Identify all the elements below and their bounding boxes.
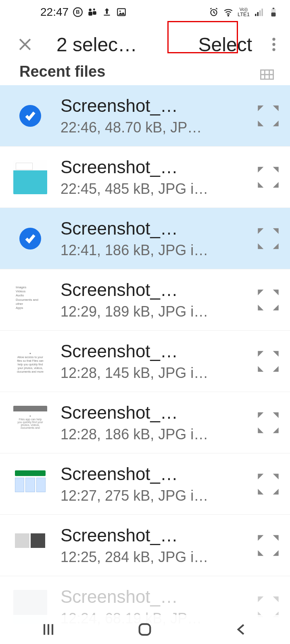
svg-marker-48 bbox=[258, 489, 263, 494]
svg-rect-5 bbox=[93, 11, 96, 15]
nav-recents-button[interactable] bbox=[36, 621, 61, 638]
svg-marker-52 bbox=[258, 550, 263, 556]
svg-marker-49 bbox=[273, 489, 279, 494]
svg-rect-16 bbox=[271, 13, 276, 17]
circle-b-icon: B bbox=[73, 7, 83, 17]
svg-marker-34 bbox=[258, 289, 263, 295]
more-options-button[interactable] bbox=[265, 36, 283, 53]
file-thumbnail: ✦Allow access to your files so that File… bbox=[13, 344, 47, 378]
svg-marker-46 bbox=[258, 474, 263, 479]
svg-rect-4 bbox=[88, 12, 92, 16]
app-bar: 2 selec… Select bbox=[0, 24, 290, 65]
expand-icon[interactable] bbox=[257, 166, 280, 189]
expand-icon[interactable] bbox=[257, 105, 280, 127]
select-all-button[interactable]: Select bbox=[194, 31, 257, 58]
file-name: Screenshot_… bbox=[61, 341, 253, 361]
expand-icon[interactable] bbox=[257, 350, 280, 373]
thumbnail-slot[interactable] bbox=[12, 98, 48, 134]
svg-rect-11 bbox=[255, 14, 256, 16]
file-meta: 12:29, 189 kB, JPG i… bbox=[61, 303, 253, 320]
grid-view-icon[interactable] bbox=[260, 66, 274, 78]
file-name: Screenshot_… bbox=[61, 464, 253, 484]
nav-back-button[interactable] bbox=[229, 621, 254, 638]
svg-rect-12 bbox=[257, 12, 259, 16]
checkmark-icon bbox=[19, 105, 41, 127]
battery-icon bbox=[268, 7, 279, 17]
svg-marker-38 bbox=[258, 351, 263, 357]
file-meta: 12:41, 186 kB, JPG i… bbox=[61, 242, 253, 259]
svg-marker-22 bbox=[258, 105, 263, 111]
status-bar: 22:47 B Vo)) LTE1 bbox=[0, 0, 290, 24]
thumbnail-slot[interactable]: ✦Allow access to your files so that File… bbox=[12, 343, 48, 380]
file-meta: 12:25, 284 kB, JPG i… bbox=[61, 549, 253, 566]
expand-icon[interactable] bbox=[257, 473, 280, 495]
file-row[interactable]: Screenshot_…12:25, 284 kB, JPG i… bbox=[0, 515, 290, 576]
svg-marker-32 bbox=[258, 243, 263, 249]
nav-home-button[interactable] bbox=[133, 621, 157, 638]
volte-label: Vo)) LTE1 bbox=[238, 7, 250, 17]
file-row[interactable]: ImagesVideosAudioDocuments and otherApps… bbox=[0, 269, 290, 331]
svg-rect-14 bbox=[262, 8, 263, 16]
upload-icon bbox=[102, 7, 112, 17]
file-text: Screenshot_…22:46, 48.70 kB, JP… bbox=[61, 96, 253, 136]
svg-marker-25 bbox=[273, 120, 279, 126]
checkmark-icon bbox=[19, 228, 41, 250]
svg-marker-54 bbox=[258, 596, 263, 602]
status-right-group: Vo)) LTE1 bbox=[209, 7, 279, 17]
svg-marker-50 bbox=[258, 535, 263, 541]
file-row[interactable]: ✦Allow access to your files so that File… bbox=[0, 331, 290, 392]
thumbnail-slot[interactable] bbox=[12, 159, 48, 195]
close-button[interactable] bbox=[16, 36, 34, 53]
teams-icon bbox=[87, 7, 98, 17]
file-name: Screenshot_… bbox=[61, 218, 253, 239]
svg-rect-6 bbox=[104, 15, 110, 16]
file-row[interactable]: Screenshot_…22:46, 48.70 kB, JP… bbox=[0, 85, 290, 147]
section-title: Recent files bbox=[19, 63, 105, 80]
svg-marker-51 bbox=[273, 535, 279, 541]
file-name: Screenshot_… bbox=[61, 403, 253, 423]
status-time: 22:47 bbox=[40, 6, 69, 19]
svg-point-2 bbox=[89, 8, 92, 11]
svg-point-19 bbox=[272, 43, 275, 46]
alarm-icon bbox=[209, 7, 219, 17]
svg-point-18 bbox=[272, 38, 275, 41]
file-row[interactable]: Screenshot_…22:45, 485 kB, JPG i… bbox=[0, 147, 290, 208]
file-thumbnail bbox=[13, 160, 47, 194]
svg-marker-37 bbox=[273, 304, 279, 310]
thumbnail-slot[interactable] bbox=[12, 220, 48, 257]
file-row[interactable]: ✦Files app can help you quickly find you… bbox=[0, 392, 290, 453]
svg-marker-33 bbox=[273, 243, 279, 249]
file-name: Screenshot_… bbox=[61, 587, 253, 607]
status-left-group: 22:47 B bbox=[40, 6, 127, 19]
file-text: Screenshot_…22:45, 485 kB, JPG i… bbox=[61, 157, 253, 197]
thumbnail-slot[interactable]: ✦Files app can help you quickly find you… bbox=[12, 405, 48, 441]
thumbnail-slot[interactable] bbox=[12, 466, 48, 502]
file-name: Screenshot_… bbox=[61, 525, 253, 545]
file-row[interactable]: Screenshot_…12:27, 275 kB, JPG i… bbox=[0, 453, 290, 515]
thumbnail-slot[interactable] bbox=[12, 527, 48, 564]
file-text: Screenshot_…12:28, 186 kB, JPG i… bbox=[61, 403, 253, 443]
svg-marker-44 bbox=[258, 427, 263, 433]
expand-icon[interactable] bbox=[257, 227, 280, 250]
expand-icon[interactable] bbox=[257, 411, 280, 434]
svg-marker-27 bbox=[273, 167, 279, 172]
svg-point-20 bbox=[272, 48, 275, 51]
file-meta: 12:27, 275 kB, JPG i… bbox=[61, 487, 253, 504]
expand-icon[interactable] bbox=[257, 289, 280, 311]
svg-marker-26 bbox=[258, 167, 263, 172]
section-header: Recent files bbox=[0, 63, 290, 85]
file-list[interactable]: Screenshot_…22:46, 48.70 kB, JP…Screensh… bbox=[0, 85, 290, 638]
file-thumbnail: ✦Files app can help you quickly find you… bbox=[13, 406, 47, 440]
svg-marker-36 bbox=[258, 304, 263, 310]
expand-icon[interactable] bbox=[257, 534, 280, 557]
file-thumbnail: ImagesVideosAudioDocuments and otherApps bbox=[13, 283, 47, 317]
file-text: Screenshot_…12:25, 284 kB, JPG i… bbox=[61, 525, 253, 566]
svg-marker-39 bbox=[273, 351, 279, 357]
file-row[interactable]: Screenshot_…12:41, 186 kB, JPG i… bbox=[0, 208, 290, 269]
file-name: Screenshot_… bbox=[61, 157, 253, 177]
file-text: Screenshot_…12:29, 189 kB, JPG i… bbox=[61, 280, 253, 320]
thumbnail-slot[interactable]: ImagesVideosAudioDocuments and otherApps bbox=[12, 282, 48, 318]
image-icon bbox=[116, 7, 127, 17]
file-meta: 12:28, 186 kB, JPG i… bbox=[61, 426, 253, 443]
svg-rect-58 bbox=[140, 624, 150, 635]
